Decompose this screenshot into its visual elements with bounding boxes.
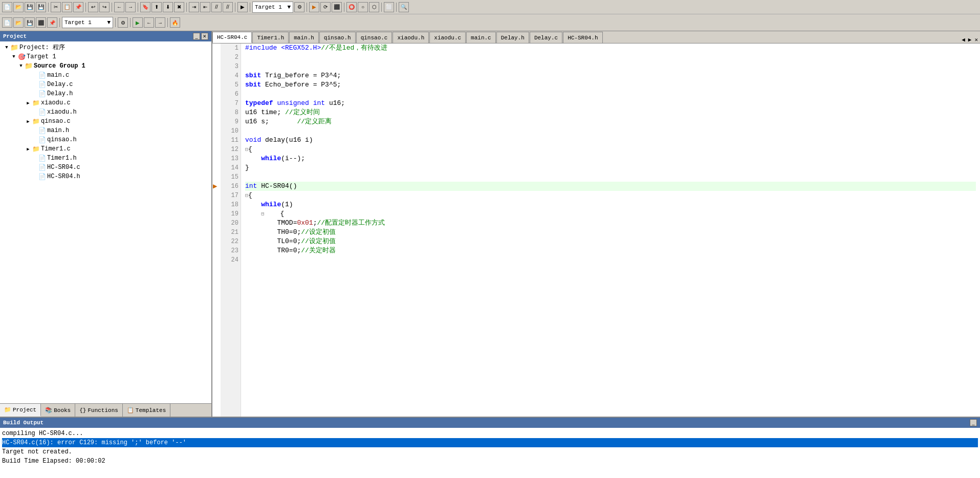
code-line-21: TH0=0;//设定初值	[245, 228, 976, 237]
file-label-xiaodu-h: xiaodu.h	[47, 108, 77, 116]
editor-tab-qinsaoc[interactable]: qinsao.c	[356, 32, 393, 43]
r2-btn5[interactable]: 📌	[47, 17, 57, 28]
expand-xiaodu-c[interactable]: ▶	[25, 99, 32, 106]
clear-bookmark-btn[interactable]: ✖	[174, 2, 184, 12]
expand-project[interactable]: ▼	[3, 44, 10, 51]
tab-templates[interactable]: 📋 Templates	[123, 404, 170, 417]
next-bookmark-btn[interactable]: ⬇	[163, 2, 173, 12]
tree-file-qinsao-c[interactable]: ▶ 📁 qinsao.c	[0, 117, 211, 126]
tree-file-xiaodu-c[interactable]: ▶ 📁 xiaodu.c	[0, 98, 211, 107]
tree-file-qinsao-h[interactable]: 📄 qinsao.h	[0, 135, 211, 144]
panel-minimize-btn[interactable]: _	[193, 33, 200, 40]
tree-file-delay-h[interactable]: 📄 Delay.h	[0, 89, 211, 98]
editor-tab-mainh[interactable]: main.h	[289, 32, 319, 43]
save-btn[interactable]: 💾	[25, 2, 35, 12]
config-btn[interactable]: ⚙	[118, 17, 128, 28]
file-label-delay-h: Delay.h	[47, 90, 73, 97]
left-panel-tabs: 📁 Project 📚 Books {} Functions 📋 Templat…	[0, 403, 211, 417]
window-btn[interactable]: ⬜	[384, 2, 394, 12]
misc1-btn[interactable]: ▶	[237, 2, 248, 12]
peripherals-btn[interactable]: ⬡	[369, 2, 379, 12]
nav-fwd-btn[interactable]: →	[125, 2, 136, 12]
file-label-main-h: main.h	[47, 127, 69, 134]
tab-label-xiaoduh: xiaodu.h	[397, 35, 424, 41]
flame-btn[interactable]: 🔥	[170, 17, 180, 28]
tab-scroll-left-btn[interactable]: ◀	[961, 36, 966, 43]
code-line-4: sbit Trig_before = P3^4;	[245, 71, 976, 80]
build-btn[interactable]: ▶	[309, 2, 319, 12]
tree-file-hcsr04-c[interactable]: 📄 HC-SR04.c	[0, 163, 211, 172]
arrow-left2-btn[interactable]: ←	[144, 17, 154, 28]
cut-btn[interactable]: ✂	[51, 2, 61, 12]
tree-file-main-c[interactable]: 📄 main.c	[0, 71, 211, 80]
editor-tab-hcsr04h[interactable]: HC-SR04.h	[563, 32, 602, 43]
code-content[interactable]: #include <REGX52.H>//不是led，有待改进 sbit Tri…	[241, 44, 980, 417]
uncomment-btn[interactable]: //	[223, 2, 233, 12]
editor-tab-xiaoduh[interactable]: xiaodu.h	[393, 32, 429, 43]
expand-sourcegroup[interactable]: ▼	[17, 62, 25, 70]
dropdown-settings-btn[interactable]: ⚙	[294, 2, 304, 12]
tree-source-group[interactable]: ▼ 📁 Source Group 1	[0, 61, 211, 71]
indent-btn[interactable]: ⇥	[189, 2, 199, 12]
tree-file-timer1-h[interactable]: 📄 Timer1.h	[0, 154, 211, 163]
r2-btn2[interactable]: 📂	[13, 17, 24, 28]
target-dropdown[interactable]: Target 1 ▼	[252, 2, 293, 13]
tab-project[interactable]: 📁 Project	[0, 404, 41, 417]
redo-btn[interactable]: ↪	[99, 2, 110, 12]
tab-scroll-right-btn[interactable]: ▶	[967, 36, 973, 43]
tab-functions[interactable]: {} Functions	[75, 404, 123, 417]
bookmark-btn[interactable]: 🔖	[140, 2, 150, 12]
editor-tab-delayc[interactable]: Delay.c	[530, 32, 562, 43]
code-line-13: while(i--);	[245, 154, 976, 163]
build-output-minimize-btn[interactable]: _	[970, 419, 977, 426]
copy-btn[interactable]: 📋	[62, 2, 72, 12]
tree-file-delay-c[interactable]: 📄 Delay.c	[0, 80, 211, 89]
r2-btn1[interactable]: 📄	[2, 17, 12, 28]
functions-tab-icon: {}	[79, 407, 86, 414]
editor-tab-delayh[interactable]: Delay.h	[496, 32, 529, 43]
arrow-right2-btn[interactable]: →	[155, 17, 165, 28]
tree-file-main-h[interactable]: 📄 main.h	[0, 126, 211, 135]
ln-1: 1	[223, 44, 238, 53]
panel-close-btn[interactable]: ✕	[201, 33, 208, 40]
r2-btn3[interactable]: 💾	[25, 17, 35, 28]
code-editor[interactable]: ▶ 1 2 3 4 5 6 7 8 9 10 11 12 13 14 15 16	[212, 44, 980, 417]
debug-btn[interactable]: ⭕	[346, 2, 357, 12]
debug2-btn[interactable]: ○	[358, 2, 368, 12]
expand-timer1-c[interactable]: ▶	[25, 145, 32, 153]
tree-target1[interactable]: ▼ 🎯 Target 1	[0, 52, 211, 61]
sep2	[85, 3, 86, 12]
undo-btn[interactable]: ↩	[88, 2, 98, 12]
tree-file-xiaodu-h[interactable]: 📄 xiaodu.h	[0, 107, 211, 117]
tree-project-root[interactable]: ▼ 📁 Project: 程序	[0, 42, 211, 52]
prev-bookmark-btn[interactable]: ⬆	[151, 2, 162, 12]
tree-file-timer1-c[interactable]: ▶ 📁 Timer1.c	[0, 144, 211, 154]
editor-tab-qinsaoh[interactable]: qinsao.h	[319, 32, 356, 43]
editor-tab-mainc[interactable]: main.c	[466, 32, 496, 43]
code-line-9: u16 s; //定义距离	[245, 117, 976, 126]
r2-btn4[interactable]: ⬛	[36, 17, 46, 28]
build3-btn[interactable]: ▶	[133, 17, 143, 28]
editor-tab-timer1h[interactable]: Timer1.h	[252, 32, 289, 43]
tab-close-all-btn[interactable]: ✕	[973, 36, 979, 43]
expand-qinsao-c[interactable]: ▶	[25, 118, 32, 125]
tree-file-hcsr04-h[interactable]: 📄 HC-SR04.h	[0, 172, 211, 181]
nav-back-btn[interactable]: ←	[114, 2, 124, 12]
ln-2: 2	[223, 53, 238, 62]
tab-books[interactable]: 📚 Books	[41, 404, 75, 417]
search-btn[interactable]: 🔍	[399, 2, 409, 12]
editor-tab-hcsr04c[interactable]: HC-SR04.c	[212, 32, 252, 43]
comment-btn[interactable]: //	[211, 2, 222, 12]
stop-build-btn[interactable]: ⬛	[332, 2, 342, 12]
paste-btn[interactable]: 📌	[73, 2, 83, 12]
expand-target1[interactable]: ▼	[10, 53, 17, 60]
rebuild-btn[interactable]: ⟳	[320, 2, 331, 12]
editor-tab-xiaoduc[interactable]: xiaodu.c	[429, 32, 466, 43]
file-label-qinsao-h: qinsao.h	[47, 136, 77, 143]
open-btn[interactable]: 📂	[13, 2, 24, 12]
save-all-btn[interactable]: 💾	[36, 2, 46, 12]
unindent-btn[interactable]: ⇤	[200, 2, 210, 12]
target-dropdown2[interactable]: Target 1 ▼	[62, 17, 113, 28]
new-file-btn[interactable]: 📄	[2, 2, 12, 12]
project-tree: ▼ 📁 Project: 程序 ▼ 🎯 Target 1 ▼ 📁 Source …	[0, 41, 211, 403]
